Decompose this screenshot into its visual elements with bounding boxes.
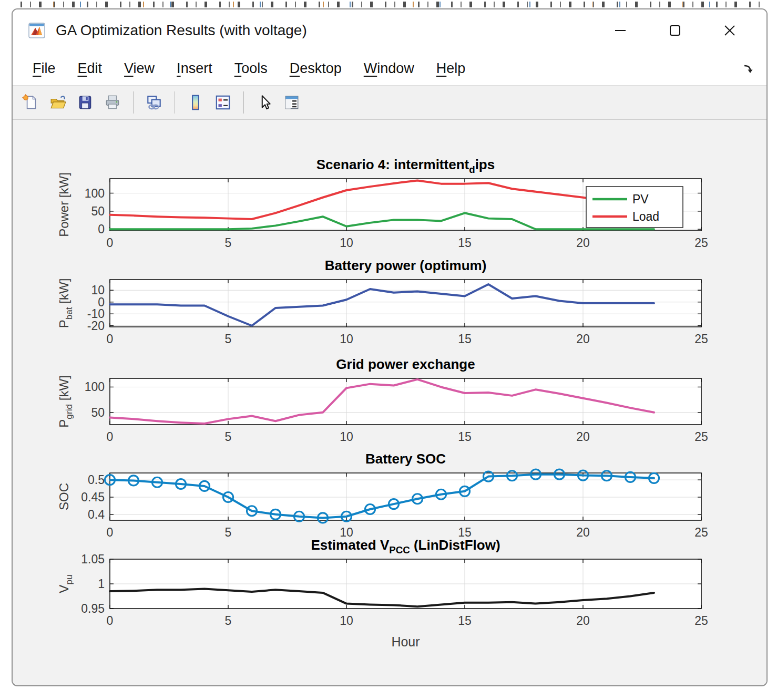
- toolbar-divider: [243, 91, 244, 114]
- legend-label: PV: [632, 192, 649, 206]
- dock-figure-icon[interactable]: [741, 61, 755, 75]
- svg-text:0.95: 0.95: [81, 602, 105, 615]
- maximize-button[interactable]: [648, 16, 702, 45]
- background-artifacts: [16, 2, 761, 7]
- svg-text:5: 5: [225, 430, 232, 444]
- legend-label: Load: [632, 210, 659, 223]
- svg-text:50: 50: [91, 406, 105, 419]
- svg-text:25: 25: [694, 614, 708, 627]
- svg-text:0.45: 0.45: [81, 490, 105, 504]
- svg-text:0: 0: [98, 222, 105, 236]
- menu-bar: FileEditViewInsertToolsDesktopWindowHelp: [13, 52, 766, 85]
- svg-text:5: 5: [225, 614, 232, 627]
- subplot-3: 051015202550100Grid power exchangePgrid …: [57, 356, 708, 444]
- svg-text:5: 5: [225, 526, 232, 539]
- subplot-title: Battery SOC: [365, 451, 446, 467]
- insert-colorbar-icon: [187, 94, 205, 111]
- toolbar-divider: [133, 91, 134, 114]
- svg-text:10: 10: [340, 430, 353, 444]
- svg-text:10: 10: [91, 283, 105, 297]
- svg-text:15: 15: [458, 332, 472, 346]
- menu-item-help[interactable]: Help: [436, 60, 466, 77]
- svg-text:1.05: 1.05: [81, 552, 105, 566]
- edit-plot-button[interactable]: [253, 90, 276, 115]
- menu-item-desktop[interactable]: Desktop: [290, 60, 342, 77]
- menu-item-file[interactable]: File: [33, 60, 56, 77]
- property-inspector-button[interactable]: [280, 90, 303, 115]
- new-figure-button[interactable]: [19, 90, 42, 115]
- window-controls: [593, 16, 757, 45]
- matlab-logo-icon: [28, 23, 45, 38]
- svg-text:0.5: 0.5: [88, 473, 105, 487]
- svg-text:25: 25: [694, 430, 708, 444]
- svg-text:-10: -10: [87, 307, 105, 321]
- menu-item-edit[interactable]: Edit: [78, 60, 103, 77]
- link-plot-button[interactable]: [142, 90, 166, 115]
- menu-item-window[interactable]: Window: [364, 60, 414, 77]
- print-figure-button[interactable]: [101, 90, 124, 115]
- svg-text:20: 20: [576, 332, 590, 346]
- insert-colorbar-button[interactable]: [184, 90, 207, 115]
- svg-text:100: 100: [85, 380, 105, 394]
- svg-text:25: 25: [694, 526, 708, 539]
- svg-text:0: 0: [107, 332, 114, 346]
- svg-text:10: 10: [340, 332, 353, 346]
- close-button[interactable]: [702, 16, 757, 45]
- save-figure-button[interactable]: [74, 90, 97, 115]
- subplot-1: 0510152025050100Scenario 4: intermittent…: [57, 157, 708, 250]
- desktop-background: GA Optimization Results (with voltage) F…: [0, 0, 777, 700]
- svg-text:1: 1: [98, 577, 105, 591]
- property-inspector-icon: [283, 94, 301, 111]
- y-axis-label: SOC: [57, 483, 71, 510]
- svg-text:20: 20: [576, 236, 590, 250]
- svg-text:20: 20: [576, 526, 590, 539]
- x-axis-label: Hour: [391, 634, 420, 649]
- subplot-title: Estimated VPCC (LinDistFlow): [311, 537, 500, 555]
- svg-text:0.4: 0.4: [88, 508, 105, 521]
- minimize-button[interactable]: [593, 16, 648, 45]
- svg-text:20: 20: [576, 430, 590, 444]
- subplot-4: 05101520250.40.450.5Battery SOCSOC: [57, 451, 708, 539]
- subplot-2: 0510152025-20-10010Battery power (optimu…: [57, 258, 708, 346]
- svg-text:0: 0: [107, 614, 114, 627]
- y-axis-label: Pbat [kW]: [57, 279, 74, 328]
- edit-plot-pointer-icon: [255, 94, 273, 111]
- save-figure-icon: [76, 94, 94, 111]
- insert-legend-button[interactable]: [211, 90, 234, 115]
- subplot-title: Battery power (optimum): [325, 258, 487, 273]
- svg-text:5: 5: [225, 332, 232, 346]
- legend: PVLoad: [586, 187, 683, 228]
- subplot-title: Grid power exchange: [336, 356, 475, 372]
- link-plot-icon: [145, 94, 163, 111]
- svg-text:50: 50: [91, 204, 105, 218]
- minimize-icon: [613, 23, 628, 38]
- svg-text:20: 20: [576, 614, 590, 627]
- window-titlebar[interactable]: GA Optimization Results (with voltage): [13, 9, 766, 52]
- y-axis-label: Vpu: [57, 574, 74, 593]
- svg-text:-20: -20: [87, 319, 105, 333]
- menu-items: FileEditViewInsertToolsDesktopWindowHelp: [33, 60, 465, 77]
- svg-text:25: 25: [694, 236, 708, 250]
- plots-svg: 0510152025050100Scenario 4: intermittent…: [13, 120, 764, 685]
- svg-text:15: 15: [458, 236, 472, 250]
- figure-toolbar: [13, 85, 766, 120]
- menu-item-tools[interactable]: Tools: [234, 60, 268, 77]
- matlab-figure-window: GA Optimization Results (with voltage) F…: [12, 8, 768, 686]
- svg-text:10: 10: [340, 236, 353, 250]
- open-file-button[interactable]: [46, 90, 69, 115]
- menu-item-view[interactable]: View: [124, 60, 155, 77]
- open-file-icon: [49, 94, 67, 111]
- insert-legend-icon: [214, 94, 232, 111]
- subplot-5: 05101520250.9511.05Estimated VPCC (LinDi…: [57, 537, 708, 649]
- y-axis-label: Power [kW]: [57, 172, 71, 237]
- svg-text:100: 100: [85, 187, 105, 200]
- svg-text:15: 15: [458, 430, 472, 444]
- y-axis-label: Pgrid [kW]: [57, 375, 74, 427]
- svg-text:10: 10: [340, 614, 353, 627]
- svg-text:5: 5: [225, 236, 232, 250]
- maximize-icon: [668, 23, 682, 38]
- svg-text:0: 0: [107, 526, 114, 539]
- svg-text:25: 25: [694, 332, 708, 346]
- menu-item-insert[interactable]: Insert: [177, 60, 212, 77]
- print-figure-icon: [104, 94, 121, 111]
